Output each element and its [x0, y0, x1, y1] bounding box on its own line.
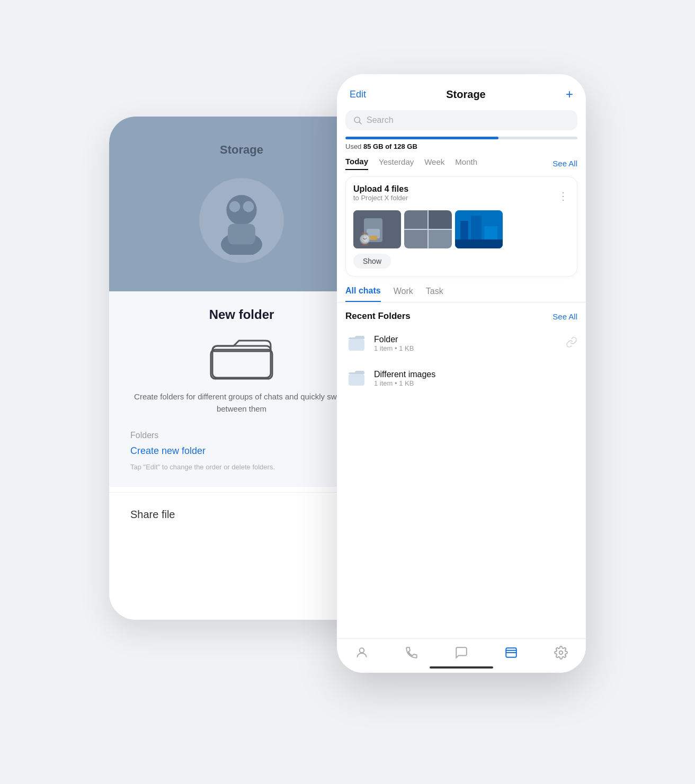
upload-subtitle: to Project X folder — [353, 194, 408, 202]
svg-rect-19 — [349, 374, 364, 386]
nav-chats[interactable] — [454, 645, 469, 660]
upload-title: Upload 4 files — [353, 184, 408, 194]
upload-card: Upload 4 files to Project X folder ⋮ — [345, 176, 577, 277]
illustration-icon — [207, 186, 276, 255]
folder-meta-2: 1 item • 1 KB — [374, 379, 577, 387]
storage-label: Used 85 GB of 128 GB — [337, 142, 586, 150]
tab-all-chats[interactable]: All chats — [345, 286, 381, 302]
svg-point-2 — [229, 201, 240, 212]
tab-week[interactable]: Week — [424, 157, 444, 170]
folder-icon-1 — [345, 332, 368, 354]
folder-icon — [210, 333, 273, 380]
front-phone: Edit Storage + Search Used 85 GB of 128 … — [337, 74, 586, 673]
back-phone: Storage New folder — [109, 117, 374, 620]
share-file-title: Share file — [130, 509, 353, 521]
svg-point-20 — [360, 648, 364, 653]
folder-info-1: Folder 1 item • 1 KB — [374, 335, 559, 352]
search-bar[interactable]: Search — [345, 110, 577, 130]
tab-month[interactable]: Month — [455, 157, 477, 170]
page-title: Storage — [446, 88, 485, 101]
folders-label: Folders — [130, 431, 353, 440]
image-3-icon — [455, 210, 503, 248]
upload-image-3 — [455, 210, 503, 248]
upload-images — [353, 210, 569, 248]
see-all-button[interactable]: See All — [553, 159, 577, 168]
svg-rect-18 — [349, 339, 364, 351]
tab-today[interactable]: Today — [345, 157, 368, 170]
upload-card-titles: Upload 4 files to Project X folder — [353, 184, 408, 207]
add-button[interactable]: + — [566, 87, 573, 102]
storage-bar-background — [345, 137, 577, 139]
svg-rect-4 — [228, 224, 255, 245]
folder-item-2[interactable]: Different images 1 item • 1 KB — [337, 361, 586, 396]
storage-bar-fill — [345, 137, 498, 139]
tap-edit-hint: Tap "Edit" to change the order or delete… — [130, 463, 353, 471]
upload-card-header: Upload 4 files to Project X folder ⋮ — [353, 184, 569, 207]
back-phone-body: New folder Create folders for different … — [109, 291, 374, 487]
svg-rect-12 — [369, 236, 377, 240]
tab-task[interactable]: Task — [426, 287, 443, 301]
folder-name-2: Different images — [374, 370, 577, 379]
back-phone-header: Storage — [109, 117, 374, 291]
upload-image-1 — [353, 210, 401, 248]
folder-tabs: All chats Work Task — [337, 281, 586, 302]
folder-link-icon-1 — [566, 336, 577, 351]
nav-storage[interactable] — [504, 645, 519, 660]
svg-line-8 — [359, 122, 361, 124]
new-folder-desc: Create folders for different groups of c… — [130, 391, 353, 415]
folder-meta-1: 1 item • 1 KB — [374, 344, 559, 352]
more-options-icon[interactable]: ⋮ — [558, 190, 569, 202]
image-1-icon — [353, 210, 401, 248]
svg-rect-6 — [211, 350, 272, 379]
chats-icon — [454, 645, 469, 660]
time-tabs: Today Yesterday Week Month See All — [337, 150, 586, 172]
edit-button[interactable]: Edit — [350, 89, 366, 100]
new-folder-title: New folder — [130, 307, 353, 322]
settings-icon — [554, 645, 568, 660]
search-icon — [353, 115, 362, 125]
nav-calls[interactable] — [404, 645, 419, 660]
recent-folders-title: Recent Folders — [345, 311, 411, 322]
search-placeholder: Search — [367, 115, 394, 125]
home-indicator — [430, 666, 493, 669]
contacts-icon — [354, 645, 369, 660]
tab-yesterday[interactable]: Yesterday — [379, 157, 414, 170]
recent-folders-header: Recent Folders See All — [337, 302, 586, 326]
scene: Storage New folder — [109, 74, 586, 710]
folder-name-1: Folder — [374, 335, 559, 344]
svg-rect-17 — [455, 239, 503, 248]
svg-point-3 — [243, 201, 254, 212]
svg-point-21 — [559, 651, 563, 655]
tab-work[interactable]: Work — [394, 287, 413, 301]
share-file-section: Share file — [109, 492, 374, 537]
back-phone-title: Storage — [220, 143, 263, 157]
nav-settings[interactable] — [554, 645, 568, 660]
folder-info-2: Different images 1 item • 1 KB — [374, 370, 577, 387]
show-button[interactable]: Show — [353, 254, 391, 269]
create-folder-button[interactable]: Create new folder — [130, 446, 353, 457]
storage-used: 85 GB of 128 GB — [363, 142, 417, 150]
storage-icon — [504, 645, 519, 660]
folder-item-1[interactable]: Folder 1 item • 1 KB — [337, 326, 586, 361]
upload-image-2 — [404, 210, 452, 248]
nav-contacts[interactable] — [354, 645, 369, 660]
front-phone-header: Edit Storage + — [337, 74, 586, 110]
folder-icon-2 — [345, 367, 368, 389]
calls-icon — [404, 645, 419, 660]
recent-see-all-button[interactable]: See All — [553, 312, 577, 321]
storage-bar — [345, 137, 577, 139]
svg-point-7 — [354, 117, 360, 123]
